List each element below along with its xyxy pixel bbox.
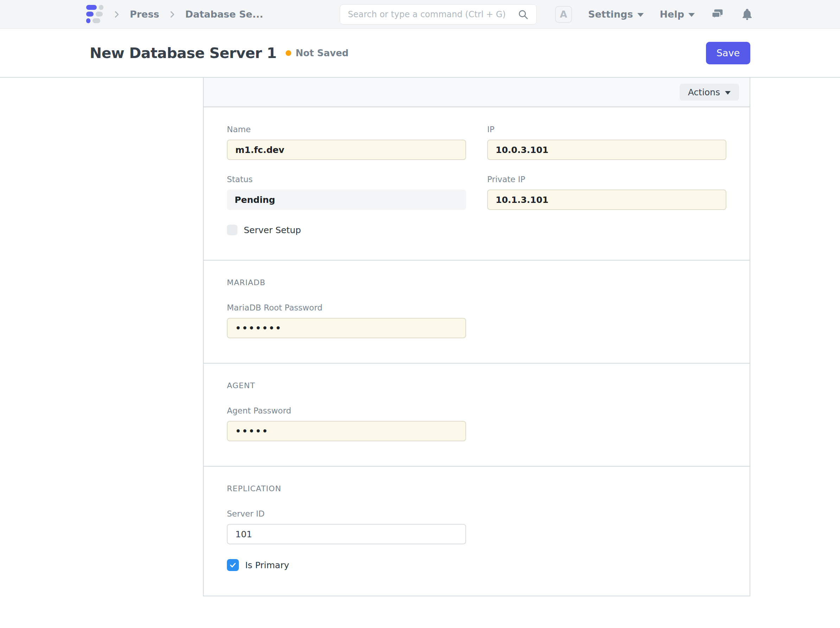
page-header: New Database Server 1 Not Saved Save <box>0 29 840 78</box>
form-column-left: Server ID Is Primary <box>227 509 466 571</box>
chevron-down-icon <box>725 91 731 95</box>
field-agent-password: Agent Password <box>227 406 466 441</box>
section-mariadb: MARIADB MariaDB Root Password <box>204 260 750 364</box>
field-status: Status Pending <box>227 175 466 210</box>
server-setup-label: Server Setup <box>244 225 301 235</box>
field-ip: IP <box>487 125 726 160</box>
help-menu[interactable]: Help <box>660 9 695 20</box>
agent-password-input[interactable] <box>227 421 466 441</box>
chevron-down-icon <box>688 13 695 17</box>
field-server-id: Server ID <box>227 509 466 544</box>
chevron-down-icon <box>637 13 644 17</box>
settings-label: Settings <box>588 9 633 20</box>
form-column-left: MariaDB Root Password <box>227 303 466 338</box>
field-mariadb-root-password: MariaDB Root Password <box>227 303 466 338</box>
name-input[interactable] <box>227 140 466 160</box>
mariadb-root-password-label: MariaDB Root Password <box>227 303 466 312</box>
field-server-setup: Server Setup <box>227 225 466 235</box>
private-ip-label: Private IP <box>487 175 726 184</box>
ip-input[interactable] <box>487 140 726 160</box>
agent-section-heading: AGENT <box>227 381 726 390</box>
global-search[interactable] <box>340 4 537 25</box>
agent-password-label: Agent Password <box>227 406 466 415</box>
mariadb-root-password-input[interactable] <box>227 318 466 338</box>
form-container: Actions Name Status Pending <box>203 78 750 596</box>
checkmark-icon <box>229 561 237 569</box>
navbar-right: A Settings Help <box>555 6 754 23</box>
is-primary-label: Is Primary <box>245 560 289 570</box>
search-icon <box>518 9 529 20</box>
avatar[interactable]: A <box>555 6 572 23</box>
status-value: Pending <box>227 189 466 210</box>
search-input[interactable] <box>348 9 518 19</box>
breadcrumb-item-database-server[interactable]: Database Se... <box>185 9 264 20</box>
status-badge: Not Saved <box>286 48 349 58</box>
server-setup-checkbox[interactable] <box>227 225 237 235</box>
save-button[interactable]: Save <box>706 42 750 64</box>
ip-label: IP <box>487 125 726 134</box>
bell-icon[interactable] <box>741 8 754 21</box>
form-column-right: IP Private IP <box>487 125 726 235</box>
not-saved-label: Not Saved <box>295 48 349 58</box>
app-logo-icon[interactable] <box>86 4 104 25</box>
page-title: New Database Server 1 <box>90 45 276 62</box>
navbar: Press Database Se... A Settings Help <box>0 0 840 29</box>
is-primary-checkbox[interactable] <box>227 559 239 571</box>
chevron-right-icon <box>167 9 178 20</box>
field-is-primary: Is Primary <box>227 559 466 571</box>
server-id-input[interactable] <box>227 524 466 544</box>
breadcrumb-item-press[interactable]: Press <box>130 9 159 20</box>
actions-button[interactable]: Actions <box>680 84 739 101</box>
breadcrumb: Press Database Se... <box>86 4 263 25</box>
settings-menu[interactable]: Settings <box>588 9 643 20</box>
actions-label: Actions <box>688 87 720 98</box>
replication-section-heading: REPLICATION <box>227 484 726 493</box>
private-ip-input[interactable] <box>487 189 726 210</box>
form-column-left: Agent Password <box>227 406 466 441</box>
status-label: Status <box>227 175 466 184</box>
form-column-left: Name Status Pending Server Setup <box>227 125 466 235</box>
chevron-right-icon <box>112 9 122 20</box>
not-saved-dot-icon <box>286 50 291 56</box>
field-private-ip: Private IP <box>487 175 726 210</box>
section-replication: REPLICATION Server ID Is Primary <box>204 467 750 596</box>
form-toolbar: Actions <box>204 78 750 107</box>
chat-icon[interactable] <box>711 8 724 21</box>
help-label: Help <box>660 9 685 20</box>
section-agent: AGENT Agent Password <box>204 364 750 467</box>
server-id-label: Server ID <box>227 509 466 518</box>
field-name: Name <box>227 125 466 160</box>
mariadb-section-heading: MARIADB <box>227 278 726 287</box>
name-label: Name <box>227 125 466 134</box>
section-details: Name Status Pending Server Setup <box>204 107 750 260</box>
frappe-logo-icon <box>86 4 104 23</box>
